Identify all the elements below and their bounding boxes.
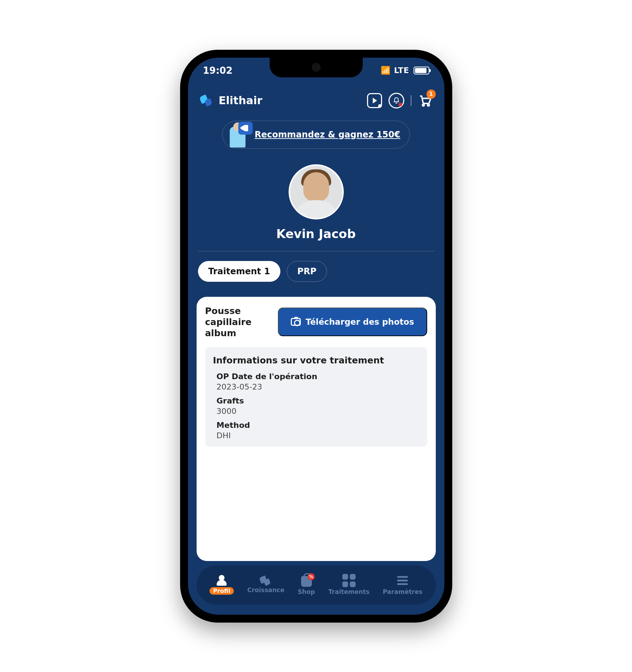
menu-icon <box>396 575 409 587</box>
info-field-value: DHI <box>217 431 419 440</box>
treatment-info-card: Informations sur votre traitement OP Dat… <box>205 347 427 446</box>
stage: 19:02 📶 LTE Elithair <box>0 0 632 672</box>
brand[interactable]: Elithair <box>200 94 262 107</box>
status-time: 19:02 <box>203 65 233 76</box>
alert-dot-icon <box>378 104 382 108</box>
nav-growth-label: Croissance <box>247 586 284 594</box>
camera-icon <box>291 318 301 326</box>
user-avatar[interactable] <box>289 164 344 219</box>
nav-shop-label: Shop <box>298 588 315 595</box>
svg-point-0 <box>422 104 424 106</box>
user-icon <box>217 575 227 586</box>
nav-settings-label: Paramètres <box>383 588 423 595</box>
nav-profile[interactable]: Profil <box>209 575 234 595</box>
battery-icon <box>414 67 429 74</box>
svg-point-1 <box>427 104 429 106</box>
referral-banner[interactable]: Recommandez & gagnez 150€ <box>222 121 410 149</box>
nav-profile-label: Profil <box>209 587 234 595</box>
grid-icon <box>342 575 356 587</box>
growth-icon <box>260 576 271 585</box>
upload-photos-button[interactable]: Télécharger des photos <box>278 308 427 336</box>
treatment-tabs: Traitement 1 PRP <box>198 261 327 282</box>
info-field-label: Grafts <box>217 396 419 405</box>
avatar-face-icon <box>303 172 329 202</box>
divider-line <box>198 251 434 251</box>
nav-shop[interactable]: % Shop <box>298 575 315 595</box>
info-field-label: Method <box>217 421 419 430</box>
nav-treatments[interactable]: Traitements <box>328 575 370 595</box>
upload-photos-label: Télécharger des photos <box>306 317 414 327</box>
cart-button[interactable]: 1 <box>418 94 432 107</box>
notch <box>270 58 363 77</box>
referral-illustration-icon <box>226 122 251 148</box>
info-field-label: OP Date de l'opération <box>217 372 419 381</box>
treatment-info-list: OP Date de l'opération 2023-05-23 Grafts… <box>213 372 419 440</box>
phone-screen: 19:02 📶 LTE Elithair <box>188 58 444 615</box>
video-button[interactable] <box>367 93 382 108</box>
album-title: Pousse capillaire album <box>205 305 271 339</box>
network-label: LTE <box>394 66 409 75</box>
notifications-button[interactable] <box>389 93 404 108</box>
main-card: Pousse capillaire album Télécharger des … <box>197 297 436 561</box>
brand-logo-icon <box>200 96 214 106</box>
header-actions: 1 <box>367 93 432 108</box>
info-field-value: 2023-05-23 <box>217 382 419 391</box>
brand-name: Elithair <box>219 94 262 107</box>
user-name: Kevin Jacob <box>188 227 444 241</box>
shopping-bag-icon: % <box>300 575 313 587</box>
tab-treatment-1[interactable]: Traitement 1 <box>198 261 281 282</box>
referral-text: Recommandez & gagnez 150€ <box>255 130 400 140</box>
nav-treatments-label: Traitements <box>328 588 370 595</box>
app-header: Elithair 1 <box>188 89 444 112</box>
signal-icon: 📶 <box>381 66 391 75</box>
app-content: Elithair 1 <box>188 58 444 615</box>
tab-prp[interactable]: PRP <box>287 261 327 282</box>
nav-settings[interactable]: Paramètres <box>383 575 423 595</box>
info-field-value: 3000 <box>217 407 419 416</box>
notification-dot-icon <box>399 103 402 106</box>
status-indicators: 📶 LTE <box>381 66 429 75</box>
discount-badge-icon: % <box>308 573 315 580</box>
phone-frame: 19:02 📶 LTE Elithair <box>180 50 452 623</box>
bottom-nav: Profil Croissance % Shop <box>197 565 436 605</box>
cart-badge: 1 <box>426 90 436 99</box>
play-icon <box>373 98 377 103</box>
divider <box>411 95 411 106</box>
album-row: Pousse capillaire album Télécharger des … <box>205 305 427 339</box>
avatar-body-icon <box>293 200 339 219</box>
treatment-info-heading: Informations sur votre traitement <box>213 355 419 366</box>
nav-growth[interactable]: Croissance <box>247 576 284 594</box>
